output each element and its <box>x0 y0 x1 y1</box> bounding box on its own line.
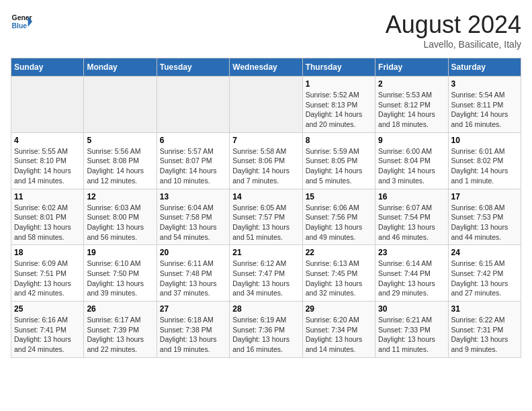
calendar-cell: 25Sunrise: 6:16 AM Sunset: 7:41 PM Dayli… <box>11 302 84 358</box>
date-number: 2 <box>378 79 445 89</box>
day-header-sunday: Sunday <box>11 58 84 77</box>
calendar-cell: 23Sunrise: 6:14 AM Sunset: 7:44 PM Dayli… <box>375 245 448 302</box>
day-header-tuesday: Tuesday <box>157 58 229 77</box>
date-number: 24 <box>451 248 518 257</box>
cell-info: Sunrise: 6:21 AM Sunset: 7:33 PM Dayligh… <box>378 315 445 355</box>
date-number: 11 <box>14 192 81 201</box>
calendar-cell: 3Sunrise: 5:54 AM Sunset: 8:11 PM Daylig… <box>448 77 521 133</box>
calendar-cell: 5Sunrise: 5:56 AM Sunset: 8:08 PM Daylig… <box>84 132 157 189</box>
cell-info: Sunrise: 6:02 AM Sunset: 8:01 PM Dayligh… <box>14 203 81 242</box>
cell-info: Sunrise: 6:10 AM Sunset: 7:50 PM Dayligh… <box>87 259 153 298</box>
date-number: 25 <box>14 304 81 314</box>
calendar-cell: 7Sunrise: 5:58 AM Sunset: 8:06 PM Daylig… <box>230 132 302 189</box>
cell-info: Sunrise: 6:14 AM Sunset: 7:44 PM Dayligh… <box>378 259 445 298</box>
date-number: 6 <box>160 136 226 145</box>
cell-info: Sunrise: 5:59 AM Sunset: 8:05 PM Dayligh… <box>306 146 372 186</box>
svg-text:Blue: Blue <box>12 22 28 30</box>
calendar-cell <box>84 77 157 133</box>
cell-info: Sunrise: 5:56 AM Sunset: 8:08 PM Dayligh… <box>87 146 153 186</box>
calendar-cell: 20Sunrise: 6:11 AM Sunset: 7:48 PM Dayli… <box>157 245 229 302</box>
date-number: 14 <box>232 192 299 201</box>
date-number: 19 <box>87 248 153 257</box>
date-number: 13 <box>160 192 226 201</box>
cell-info: Sunrise: 5:53 AM Sunset: 8:12 PM Dayligh… <box>378 90 445 130</box>
cell-info: Sunrise: 6:18 AM Sunset: 7:38 PM Dayligh… <box>160 315 226 355</box>
calendar-cell: 13Sunrise: 6:04 AM Sunset: 7:58 PM Dayli… <box>157 189 229 245</box>
cell-info: Sunrise: 6:09 AM Sunset: 7:51 PM Dayligh… <box>14 259 81 298</box>
cell-info: Sunrise: 6:16 AM Sunset: 7:41 PM Dayligh… <box>14 315 81 355</box>
date-number: 8 <box>306 136 372 145</box>
cell-info: Sunrise: 5:57 AM Sunset: 8:07 PM Dayligh… <box>160 146 226 186</box>
date-number: 10 <box>451 136 518 145</box>
date-number: 4 <box>14 136 81 145</box>
cell-info: Sunrise: 6:04 AM Sunset: 7:58 PM Dayligh… <box>160 203 226 242</box>
cell-info: Sunrise: 5:55 AM Sunset: 8:10 PM Dayligh… <box>14 146 81 186</box>
cell-info: Sunrise: 6:22 AM Sunset: 7:31 PM Dayligh… <box>451 315 518 355</box>
logo: General Blue <box>11 11 32 32</box>
calendar-cell: 2Sunrise: 5:53 AM Sunset: 8:12 PM Daylig… <box>375 77 448 133</box>
cell-info: Sunrise: 6:08 AM Sunset: 7:53 PM Dayligh… <box>451 203 518 242</box>
cell-info: Sunrise: 6:06 AM Sunset: 7:56 PM Dayligh… <box>306 203 372 242</box>
header: General Blue August 2024 Lavello, Basili… <box>11 11 521 50</box>
day-header-saturday: Saturday <box>448 58 521 77</box>
calendar-cell: 26Sunrise: 6:17 AM Sunset: 7:39 PM Dayli… <box>84 302 157 358</box>
cell-info: Sunrise: 6:00 AM Sunset: 8:04 PM Dayligh… <box>378 146 445 186</box>
date-number: 29 <box>306 304 372 314</box>
location: Lavello, Basilicate, Italy <box>386 39 521 50</box>
cell-info: Sunrise: 5:58 AM Sunset: 8:06 PM Dayligh… <box>232 146 299 186</box>
date-number: 30 <box>378 304 445 314</box>
day-header-wednesday: Wednesday <box>230 58 302 77</box>
cell-info: Sunrise: 6:17 AM Sunset: 7:39 PM Dayligh… <box>87 315 153 355</box>
date-number: 27 <box>160 304 226 314</box>
calendar-cell: 6Sunrise: 5:57 AM Sunset: 8:07 PM Daylig… <box>157 132 229 189</box>
calendar-table: SundayMondayTuesdayWednesdayThursdayFrid… <box>11 58 521 358</box>
calendar-cell: 4Sunrise: 5:55 AM Sunset: 8:10 PM Daylig… <box>11 132 84 189</box>
calendar-cell: 8Sunrise: 5:59 AM Sunset: 8:05 PM Daylig… <box>302 132 375 189</box>
cell-info: Sunrise: 6:13 AM Sunset: 7:45 PM Dayligh… <box>306 259 372 298</box>
cell-info: Sunrise: 5:54 AM Sunset: 8:11 PM Dayligh… <box>451 90 518 130</box>
calendar-cell: 9Sunrise: 6:00 AM Sunset: 8:04 PM Daylig… <box>375 132 448 189</box>
calendar-cell: 27Sunrise: 6:18 AM Sunset: 7:38 PM Dayli… <box>157 302 229 358</box>
calendar-cell: 1Sunrise: 5:52 AM Sunset: 8:13 PM Daylig… <box>302 77 375 133</box>
calendar-cell: 24Sunrise: 6:15 AM Sunset: 7:42 PM Dayli… <box>448 245 521 302</box>
date-number: 17 <box>451 192 518 201</box>
date-number: 23 <box>378 248 445 257</box>
date-number: 20 <box>160 248 226 257</box>
cell-info: Sunrise: 6:15 AM Sunset: 7:42 PM Dayligh… <box>451 259 518 298</box>
calendar-cell <box>230 77 302 133</box>
date-number: 1 <box>306 79 372 89</box>
calendar-cell: 17Sunrise: 6:08 AM Sunset: 7:53 PM Dayli… <box>448 189 521 245</box>
date-number: 21 <box>232 248 299 257</box>
cell-info: Sunrise: 6:19 AM Sunset: 7:36 PM Dayligh… <box>232 315 299 355</box>
date-number: 15 <box>306 192 372 201</box>
date-number: 28 <box>232 304 299 314</box>
date-number: 12 <box>87 192 153 201</box>
calendar-cell <box>11 77 84 133</box>
cell-info: Sunrise: 6:05 AM Sunset: 7:57 PM Dayligh… <box>232 203 299 242</box>
date-number: 16 <box>378 192 445 201</box>
date-number: 3 <box>451 79 518 89</box>
cell-info: Sunrise: 6:12 AM Sunset: 7:47 PM Dayligh… <box>232 259 299 298</box>
title-block: August 2024 Lavello, Basilicate, Italy <box>386 11 521 50</box>
calendar-cell <box>157 77 229 133</box>
day-header-thursday: Thursday <box>302 58 375 77</box>
calendar-cell: 10Sunrise: 6:01 AM Sunset: 8:02 PM Dayli… <box>448 132 521 189</box>
calendar-cell: 12Sunrise: 6:03 AM Sunset: 8:00 PM Dayli… <box>84 189 157 245</box>
date-number: 7 <box>232 136 299 145</box>
cell-info: Sunrise: 6:03 AM Sunset: 8:00 PM Dayligh… <box>87 203 153 242</box>
calendar-cell: 21Sunrise: 6:12 AM Sunset: 7:47 PM Dayli… <box>230 245 302 302</box>
calendar-cell: 15Sunrise: 6:06 AM Sunset: 7:56 PM Dayli… <box>302 189 375 245</box>
date-number: 5 <box>87 136 153 145</box>
date-number: 31 <box>451 304 518 314</box>
day-header-monday: Monday <box>84 58 157 77</box>
date-number: 9 <box>378 136 445 145</box>
calendar-cell: 29Sunrise: 6:20 AM Sunset: 7:34 PM Dayli… <box>302 302 375 358</box>
logo-icon: General Blue <box>11 11 32 32</box>
calendar-cell: 19Sunrise: 6:10 AM Sunset: 7:50 PM Dayli… <box>84 245 157 302</box>
calendar-cell: 11Sunrise: 6:02 AM Sunset: 8:01 PM Dayli… <box>11 189 84 245</box>
calendar-cell: 28Sunrise: 6:19 AM Sunset: 7:36 PM Dayli… <box>230 302 302 358</box>
cell-info: Sunrise: 6:01 AM Sunset: 8:02 PM Dayligh… <box>451 146 518 186</box>
calendar-cell: 31Sunrise: 6:22 AM Sunset: 7:31 PM Dayli… <box>448 302 521 358</box>
calendar-cell: 30Sunrise: 6:21 AM Sunset: 7:33 PM Dayli… <box>375 302 448 358</box>
cell-info: Sunrise: 6:20 AM Sunset: 7:34 PM Dayligh… <box>306 315 372 355</box>
